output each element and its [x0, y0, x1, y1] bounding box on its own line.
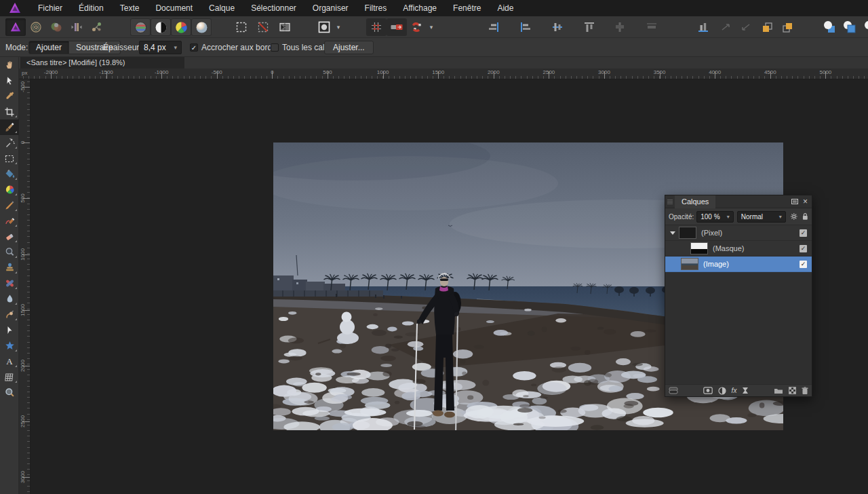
- snap-edges-label[interactable]: Accrocher aux bords: [201, 43, 276, 52]
- invert-selection-button[interactable]: [274, 18, 296, 36]
- snapping-caret[interactable]: ▾: [427, 18, 435, 36]
- menu-item-edition[interactable]: Édition: [71, 0, 112, 16]
- layer-visibility-checkbox[interactable]: ✓: [800, 245, 807, 252]
- align-centre-button[interactable]: [547, 18, 568, 36]
- select-all-button[interactable]: [231, 18, 252, 36]
- healing-brush-tool[interactable]: [0, 276, 19, 291]
- align-left-button[interactable]: [515, 18, 536, 36]
- clone-stamp-tool[interactable]: [0, 260, 19, 276]
- quick-mask-caret[interactable]: ▾: [334, 18, 342, 36]
- blur-tool[interactable]: [0, 291, 19, 307]
- colour-picker-tool[interactable]: [0, 88, 19, 104]
- boolean-subtract-button[interactable]: [840, 18, 860, 36]
- menu-item-texte[interactable]: Texte: [112, 0, 148, 16]
- move-forward-button[interactable]: [757, 18, 777, 36]
- flood-fill-tool[interactable]: [0, 166, 19, 182]
- move-to-front-button[interactable]: [716, 18, 736, 36]
- burn-tool[interactable]: [0, 244, 19, 260]
- blend-ranges-icon[interactable]: [742, 387, 749, 394]
- image-thumbnail[interactable]: [681, 258, 698, 270]
- view-tool[interactable]: [0, 57, 19, 73]
- selection-brush-tool[interactable]: [0, 119, 19, 135]
- mask-layer-icon[interactable]: [703, 387, 713, 394]
- group-layers-icon[interactable]: [774, 387, 783, 394]
- auto-levels-button[interactable]: [130, 18, 151, 36]
- menu-item-fenetre[interactable]: Fenêtre: [445, 0, 489, 16]
- horizontal-ruler[interactable]: px -2000-1500-1000-500050010001500200025…: [19, 69, 868, 79]
- snap-edges-checkbox[interactable]: ✓: [190, 43, 198, 52]
- lock-icon[interactable]: [802, 212, 808, 221]
- marquee-tool[interactable]: [0, 151, 19, 166]
- quick-mask-button[interactable]: [314, 18, 334, 36]
- boolean-add-button[interactable]: [819, 18, 840, 36]
- close-icon[interactable]: ×: [803, 198, 808, 205]
- align-right-button[interactable]: [484, 18, 504, 36]
- tone-mapping-persona-button[interactable]: [66, 18, 87, 36]
- auto-colour-button[interactable]: [171, 18, 191, 36]
- gear-icon[interactable]: [790, 212, 798, 221]
- width-dropdown[interactable]: 8,4 px ▾: [139, 41, 182, 54]
- gradient-tool[interactable]: [0, 182, 19, 197]
- shape-tool[interactable]: [0, 338, 19, 354]
- crop-tool[interactable]: [0, 104, 19, 119]
- move-tool[interactable]: [0, 73, 19, 88]
- panel-menu-icon[interactable]: [791, 199, 798, 205]
- photo-persona-button[interactable]: [5, 18, 26, 36]
- blend-mode-dropdown[interactable]: Normal ▾: [737, 211, 786, 223]
- colour-replacement-brush-tool[interactable]: [0, 213, 19, 229]
- layer-visibility-checkbox[interactable]: ✓: [800, 229, 807, 237]
- canvas-viewport[interactable]: Calques × Opacité: 100 % ▾ Normal ▾: [31, 79, 868, 494]
- deselect-button[interactable]: [252, 18, 274, 36]
- layer-row-pixel[interactable]: (Pixel) ✓: [665, 225, 812, 241]
- auto-white-balance-button[interactable]: [191, 18, 212, 36]
- liquify-persona-button[interactable]: [26, 18, 46, 36]
- expand-arrow-icon[interactable]: [670, 231, 675, 235]
- layers-panel-titlebar[interactable]: Calques ×: [665, 195, 812, 208]
- move-backward-button[interactable]: [777, 18, 797, 36]
- flood-select-tool[interactable]: [0, 135, 19, 151]
- snapping-magnet-button[interactable]: [407, 18, 427, 36]
- export-persona-button[interactable]: [87, 18, 107, 36]
- menu-item-filtres[interactable]: Filtres: [357, 0, 395, 16]
- all-layers-checkbox[interactable]: [271, 43, 279, 52]
- menu-item-calque[interactable]: Calque: [201, 0, 243, 16]
- adjustment-layer-icon[interactable]: [718, 387, 726, 395]
- live-filter-icon[interactable]: fx: [732, 387, 737, 394]
- menu-item-organiser[interactable]: Organiser: [304, 0, 357, 16]
- align-top-button[interactable]: [579, 18, 599, 36]
- develop-persona-button[interactable]: [46, 18, 66, 36]
- layer-visibility-checkbox[interactable]: ✓: [800, 261, 807, 268]
- zoom-tool[interactable]: [0, 385, 19, 400]
- adjust-button[interactable]: Ajuster...: [324, 41, 374, 54]
- layer-row-masque[interactable]: (Masque) ✓: [665, 241, 812, 256]
- opacity-dropdown[interactable]: 100 % ▾: [696, 211, 734, 223]
- smudge-tool[interactable]: [0, 307, 19, 322]
- text-tool[interactable]: A: [0, 354, 19, 369]
- pixel-alignment-button[interactable]: [387, 18, 407, 36]
- layer-row-image[interactable]: (Image) ✓: [665, 256, 812, 272]
- delete-layer-icon[interactable]: [802, 387, 808, 395]
- move-to-back-button[interactable]: [736, 18, 757, 36]
- menu-item-selectionner[interactable]: Sélectionner: [243, 0, 304, 16]
- node-tool[interactable]: [0, 322, 19, 338]
- mesh-warp-tool[interactable]: [0, 369, 19, 385]
- align-middle-button[interactable]: [610, 18, 630, 36]
- menu-item-fichier[interactable]: Fichier: [30, 0, 71, 16]
- layer-thumbnail[interactable]: [679, 227, 696, 239]
- panel-drag-handle-icon[interactable]: [667, 200, 673, 204]
- mask-thumbnail[interactable]: [690, 242, 708, 254]
- vertical-ruler[interactable]: -500050010001500200025003000: [19, 79, 31, 494]
- auto-contrast-button[interactable]: [151, 18, 171, 36]
- paint-brush-tool[interactable]: [0, 197, 19, 213]
- snapping-presets-button[interactable]: [366, 18, 387, 36]
- menu-item-aide[interactable]: Aide: [489, 0, 521, 16]
- new-pixel-layer-icon[interactable]: [789, 387, 796, 394]
- edit-all-layers-icon[interactable]: [669, 387, 678, 394]
- erase-tool[interactable]: [0, 229, 19, 244]
- layers-panel-tab[interactable]: Calques: [675, 195, 715, 208]
- menu-item-document[interactable]: Document: [147, 0, 201, 16]
- boolean-intersect-button[interactable]: [860, 18, 868, 36]
- align-bottom-button[interactable]: [693, 18, 713, 36]
- mode-add-button[interactable]: Ajouter: [28, 41, 69, 54]
- document-tab[interactable]: <Sans titre> [Modifié] (19.8%): [20, 57, 184, 69]
